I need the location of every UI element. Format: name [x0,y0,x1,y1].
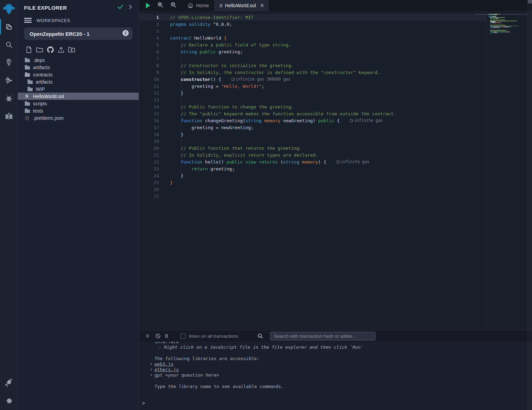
line-number: 14 [139,104,159,109]
tab-label: HelloWorld.sol [225,3,256,8]
clear-console-icon[interactable] [153,332,163,340]
collapse-terminal-icon[interactable] [142,332,153,340]
terminal-line: •gpt <your question here> [155,372,532,378]
folder-icon [28,87,36,91]
transaction-count-badge: 0 [165,333,168,339]
tree-item-artifacts[interactable]: artifacts [18,78,139,85]
sidebar-item-learneth[interactable] [0,107,18,125]
code-line-26: 26 [139,186,487,193]
tree-item--deps[interactable]: .deps [18,56,139,64]
code-line-19: 19 [139,138,487,145]
tree-item-artifacts[interactable]: artifacts [18,64,139,71]
tree-item-label: contracts [33,72,53,77]
new-file-icon[interactable] [25,46,32,53]
sidebar-item-deploy-run[interactable] [0,72,18,90]
editor-divider [486,11,487,330]
zoom-out-icon[interactable] [157,2,163,9]
tree-item-contracts[interactable]: contracts [18,71,139,78]
remix-logo[interactable] [0,0,18,18]
code-line-5: 5 // Declare a public field of type stri… [139,41,487,48]
listen-transactions-checkbox[interactable] [180,334,185,339]
sidebar-item-debugger[interactable] [0,90,18,107]
close-tab-icon[interactable]: ✕ [260,3,264,8]
fuel-pump-icon [232,78,234,81]
run-play-button[interactable] [146,3,150,8]
workspace-name: OpenZeppelin ERC20 - 1 [30,31,122,37]
code-line-4: 4contract HelloWorld { [139,34,487,41]
new-folder-icon[interactable] [36,46,43,53]
line-number: 12 [139,91,159,96]
folder-icon [25,65,33,70]
folder-icon [25,102,33,106]
line-number: 21 [139,153,159,158]
line-number: 4 [139,35,159,41]
code-text: contract HelloWorld { [159,35,226,41]
window-scrollbar[interactable] [528,0,532,410]
chevron-right-icon[interactable] [128,4,132,11]
line-number: 2 [139,22,159,27]
code-text: // Constructor to initialize the greetin… [159,63,294,68]
terminal-line: interface [155,342,532,345]
file-explorer-panel: FILE EXPLORER WORKSPACES OpenZeppelin ER… [18,0,139,410]
line-number: 9 [139,70,159,75]
code-text: } [159,180,173,185]
tree-item-tests[interactable]: tests [18,107,139,114]
tree-item-label: HelloWorld.sol [33,94,64,99]
settings-gear-icon[interactable] [0,392,18,410]
github-icon[interactable] [47,46,54,53]
bullet: • [150,361,153,367]
line-number: 24 [139,173,159,178]
code-line-14: 14 // Public function to change the gree… [139,103,487,110]
check-icon[interactable] [117,4,124,11]
scrollbar-thumb[interactable] [528,0,532,3]
terminal-panel: 0 listen on all transactions interface- … [139,330,532,410]
bullet: • [150,372,153,378]
terminal-prompt[interactable]: > [142,400,145,406]
code-text: string public greeting; [159,49,243,54]
line-number: 19 [139,139,159,144]
line-number: 17 [139,125,159,130]
workspaces-menu-icon[interactable] [24,17,32,24]
sidebar-item-file-explorer[interactable] [0,18,18,36]
code-text: // The "public" keyword makes the functi… [159,111,396,116]
tab-home[interactable]: Home [183,0,214,11]
workspace-sort-icon[interactable] [122,30,129,38]
terminal-link[interactable]: •ethers.js [155,367,532,372]
folder-icon [25,109,33,113]
listen-transactions-label: listen on all transactions [189,334,238,339]
minimap[interactable] [489,14,527,37]
upload-folder-icon[interactable] [68,46,75,53]
workspace-select[interactable]: OpenZeppelin ERC20 - 1 [24,28,132,40]
solidity-file-icon: S [219,3,222,8]
terminal-search-input[interactable] [270,332,375,340]
sidebar-item-search[interactable] [0,36,18,54]
plugin-manager-icon[interactable] [0,374,18,392]
tree-item-helloworld-sol[interactable]: SHelloWorld.sol [18,93,139,100]
tree-item-label: scripts [33,101,47,106]
sidebar-item-solidity-compiler[interactable] [0,54,18,72]
line-number: 23 [139,166,159,171]
code-line-9: 9 // In Solidity, the constructor is def… [139,69,487,76]
folder-icon [25,58,33,62]
tree-item-wip[interactable]: WIP [18,85,139,93]
code-editor[interactable]: 1// SPDX-License-Identifier: MIT2pragma … [139,11,532,330]
terminal-link[interactable]: •web3.js [155,361,532,367]
code-line-13: 13 [139,96,487,103]
fuel-pump-icon [337,160,339,164]
tree-item--prettierrc-json[interactable]: {}.prettierrc.json [18,114,139,122]
code-text: // In Solidity, the constructor is defin… [159,70,380,75]
code-line-15: 15 // The "public" keyword makes the fun… [139,110,487,117]
tree-item-label: artifacts [33,65,50,70]
line-number: 5 [139,42,159,48]
terminal-output[interactable]: interface- Right click on a JavaScript f… [139,342,532,410]
terminal-line: Type the library name to see available c… [155,384,532,389]
bullet: • [150,367,153,372]
code-line-18: 18 } [139,131,487,138]
tree-item-scripts[interactable]: scripts [18,100,139,107]
code-line-12: 12 } [139,90,487,96]
tab-helloworld-sol[interactable]: S HelloWorld.sol ✕ [214,0,269,11]
upload-file-icon[interactable] [57,46,64,53]
code-text: } [159,132,183,137]
code-line-27: 27 [139,193,487,200]
zoom-in-icon[interactable] [170,2,177,9]
